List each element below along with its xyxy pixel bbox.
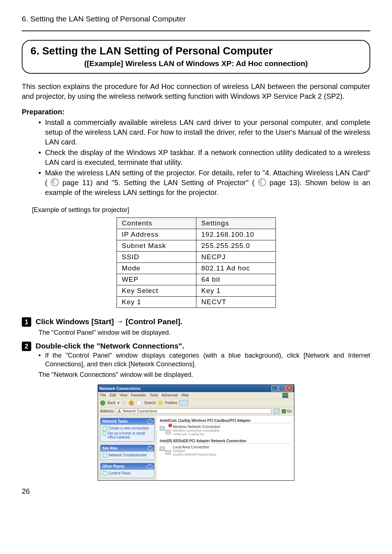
address-label: Address xyxy=(100,409,114,413)
preparation-item: Install a commercially available wireles… xyxy=(38,118,370,147)
views-button[interactable] xyxy=(179,400,188,406)
window-titlebar[interactable]: Network Connections _ □ × xyxy=(98,385,294,392)
back-dropdown[interactable]: ▾ xyxy=(118,401,119,405)
minimize-button[interactable]: _ xyxy=(271,386,278,391)
task-icon xyxy=(103,453,107,457)
menu-file[interactable]: File xyxy=(100,393,106,397)
table-cell: 64 bit xyxy=(196,274,275,285)
section-title: 6. Setting the LAN Setting of Personal C… xyxy=(30,45,362,57)
page-ref-icon xyxy=(258,178,266,186)
go-button[interactable]: Go xyxy=(282,409,292,414)
link-control-panel[interactable]: Control Panel xyxy=(103,471,152,476)
maximize-button[interactable]: □ xyxy=(279,386,285,391)
task-create-connection[interactable]: Create a new connection xyxy=(103,426,152,431)
window-title: Network Connections xyxy=(99,386,140,391)
preparation-heading: Preparation: xyxy=(22,108,370,116)
table-header-cell: Settings xyxy=(196,218,275,229)
close-button[interactable]: × xyxy=(286,386,293,391)
step-sub-item: If the "Control Panel" window displays c… xyxy=(38,351,370,369)
collapse-icon[interactable]: ˄ xyxy=(147,464,152,469)
running-header: 6. Setting the LAN Setting of Personal C… xyxy=(22,15,370,23)
projector-settings-table: Contents Settings IP Address192.168.100.… xyxy=(117,217,276,308)
step-title: Double-click the "Network Connections". xyxy=(36,342,184,350)
task-label: Set up a home or small office network xyxy=(107,431,152,439)
task-label: Create a new connection xyxy=(109,426,149,430)
step-number-badge: 1 xyxy=(22,317,31,327)
menu-help[interactable]: Help xyxy=(181,393,189,397)
table-cell: 255.255.255.0 xyxy=(196,240,275,252)
network-tasks-panel: Network Tasks˄ Create a new connection S… xyxy=(100,418,155,442)
menu-bar: File Edit View Favorites Tools Advanced … xyxy=(98,392,294,399)
up-icon[interactable] xyxy=(129,400,134,406)
see-also-panel: See Also˄ Network Troubleshooter xyxy=(100,445,155,460)
address-field[interactable]: 🖧 Network Connections xyxy=(116,408,271,414)
link-troubleshooter[interactable]: Network Troubleshooter xyxy=(103,453,152,457)
task-icon xyxy=(103,426,107,431)
back-button[interactable]: Back xyxy=(107,401,115,405)
folders-button[interactable]: Folders xyxy=(165,401,177,405)
panel-title: Other Places xyxy=(102,464,124,468)
wireless-connection-item[interactable]: × Wireless Network Connection Wireless c… xyxy=(160,425,291,436)
table-cell: NECPJ xyxy=(196,252,275,263)
address-icon: 🖧 xyxy=(118,409,121,413)
task-label: Control Panel xyxy=(109,471,131,475)
preparation-item: Check the display of the Windows XP task… xyxy=(38,148,370,167)
step-body: The "Network Connections" window will be… xyxy=(38,371,370,379)
task-icon xyxy=(103,471,107,476)
text: page 11) and "5. Setting the LAN Setting… xyxy=(62,179,254,187)
collapse-icon[interactable]: ˄ xyxy=(147,446,152,451)
menu-favorites[interactable]: Favorites xyxy=(131,393,146,397)
table-cell: IP Address xyxy=(117,229,196,240)
windows-flag-icon xyxy=(282,393,288,398)
forward-icon[interactable] xyxy=(122,400,127,406)
panel-header[interactable]: Other Places˄ xyxy=(101,463,154,470)
table-row: SSIDNECPJ xyxy=(117,252,275,263)
section-title-box: 6. Setting the LAN Setting of Personal C… xyxy=(22,40,370,74)
folders-icon[interactable] xyxy=(158,400,163,406)
table-cell: Key 1 xyxy=(196,285,275,297)
go-label: Go xyxy=(287,409,292,413)
task-setup-network[interactable]: Set up a home or small office network xyxy=(103,431,152,439)
disconnected-badge-icon: × xyxy=(168,424,172,427)
search-button[interactable]: Search xyxy=(144,401,156,405)
connection-name: Wireless Network Connection xyxy=(173,425,220,429)
connection-status: Wireless connection unavailable xyxy=(173,429,220,432)
lan-connection-item[interactable]: Local Area Connection Enabled Intel(R) 8… xyxy=(160,445,291,456)
menu-edit[interactable]: Edit xyxy=(110,393,116,397)
table-row: Mode802.11 Ad hoc xyxy=(117,263,275,274)
connection-icon: × xyxy=(160,425,171,434)
task-label: Network Troubleshooter xyxy=(109,453,147,457)
panel-header[interactable]: See Also˄ xyxy=(101,445,154,452)
address-dropdown[interactable] xyxy=(274,408,279,414)
table-cell: 192.168.100.10 xyxy=(196,229,275,240)
panel-header[interactable]: Network Tasks˄ xyxy=(101,418,154,425)
connection-icon xyxy=(160,445,171,455)
panel-title: See Also xyxy=(102,446,118,450)
menu-advanced[interactable]: Advanced xyxy=(162,393,177,397)
search-icon[interactable] xyxy=(136,400,142,406)
table-row: IP Address192.168.100.10 xyxy=(117,229,275,240)
table-cell: NECVT xyxy=(196,297,275,308)
menu-view[interactable]: View xyxy=(119,393,127,397)
intro-paragraph: This section explains the procedure for … xyxy=(22,82,370,101)
task-icon xyxy=(103,431,106,436)
step-sub-list: If the "Control Panel" window displays c… xyxy=(38,351,370,369)
table-cell: Mode xyxy=(117,263,196,274)
table-header-cell: Contents xyxy=(117,218,196,229)
address-bar: Address 🖧 Network Connections Go xyxy=(98,407,294,416)
back-icon[interactable]: ‹ xyxy=(100,400,105,406)
connection-detail: AmbiCom 11a/b/g WL... xyxy=(173,432,220,436)
section-subtitle: ([Example] Wireless LAN of Windows XP: A… xyxy=(30,59,362,68)
page-ref-icon xyxy=(51,178,59,186)
connection-status: Enabled xyxy=(173,449,219,453)
table-cell: Subnet Mask xyxy=(117,240,196,252)
collapse-icon[interactable]: ˄ xyxy=(147,419,152,424)
table-row: Key SelectKey 1 xyxy=(117,285,275,297)
menu-tools[interactable]: Tools xyxy=(150,393,158,397)
header-rule xyxy=(22,30,370,31)
network-connections-window: Network Connections _ □ × File Edit View… xyxy=(98,384,294,481)
step-body: The "Control Panel" window will be displ… xyxy=(38,329,370,337)
table-cell: 802.11 Ad hoc xyxy=(196,263,275,274)
step-2: 2 Double-click the "Network Connections"… xyxy=(22,342,370,351)
table-cell: Key Select xyxy=(117,285,196,297)
